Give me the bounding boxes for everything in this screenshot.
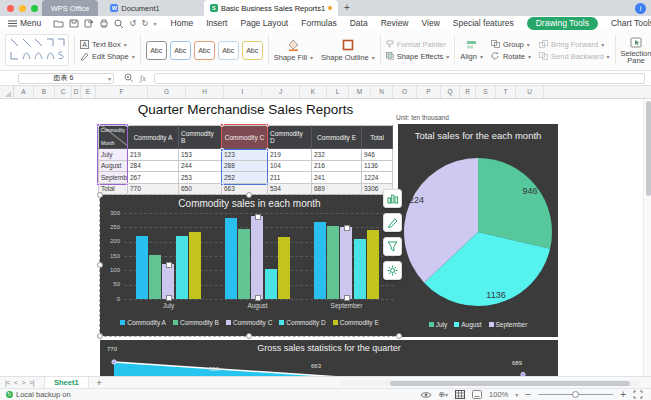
- menu-special-features[interactable]: Special features: [453, 18, 514, 28]
- column-header-R[interactable]: R: [460, 86, 476, 98]
- table-cell[interactable]: 1224: [362, 172, 393, 184]
- name-box[interactable]: 图表 6 ▾: [18, 73, 114, 84]
- page-break-view-icon[interactable]: [472, 390, 482, 399]
- menu-data[interactable]: Data: [350, 18, 368, 28]
- column-header-H[interactable]: H: [186, 86, 224, 98]
- edit-shape-button[interactable]: Edit Shape▾: [80, 52, 135, 61]
- redo-icon[interactable]: ↻: [141, 18, 148, 28]
- zoom-level-label[interactable]: 100%: [489, 390, 508, 399]
- selection-handle[interactable]: [246, 333, 252, 339]
- tab-document1[interactable]: W Document1: [102, 0, 168, 16]
- bar-commodity-d[interactable]: [354, 239, 366, 299]
- column-header-Q[interactable]: Q: [441, 86, 460, 98]
- quick-access-dropdown-icon[interactable]: ▾: [154, 20, 157, 27]
- table-header-cell[interactable]: Commodity E: [312, 125, 362, 149]
- menu-formulas[interactable]: Formulas: [301, 18, 336, 28]
- next-sheet-icon[interactable]: >: [22, 379, 26, 386]
- undo-icon[interactable]: ↺: [129, 18, 136, 28]
- shape-fill-button[interactable]: Shape Fill▾: [274, 39, 313, 62]
- table-cell[interactable]: 1136: [362, 161, 393, 173]
- table-cell[interactable]: 663: [222, 184, 268, 196]
- pie-chart[interactable]: Total sales for the each month 946113612…: [398, 124, 558, 337]
- column-header-N[interactable]: N: [371, 86, 393, 98]
- format-painter-button[interactable]: Format Painter: [386, 40, 450, 49]
- zoom-out-button[interactable]: −: [525, 389, 531, 400]
- column-header-M[interactable]: M: [349, 86, 371, 98]
- bar-commodity-a[interactable]: [314, 222, 326, 299]
- chart-settings-button[interactable]: [383, 261, 402, 280]
- chart-type-button[interactable]: [383, 189, 402, 208]
- preview-icon[interactable]: [114, 19, 124, 28]
- open-folder-icon[interactable]: [53, 19, 64, 28]
- column-header-K[interactable]: K: [300, 86, 327, 98]
- tab-active-workbook[interactable]: S Basic Business Sales Reports1: [204, 0, 338, 16]
- bar-commodity-a[interactable]: [225, 218, 237, 299]
- selection-pane-button[interactable]: Selection Pane: [621, 37, 651, 64]
- bar-commodity-e[interactable]: [189, 232, 201, 299]
- table-cell[interactable]: 267: [128, 172, 179, 184]
- table-cell[interactable]: 284: [128, 161, 179, 173]
- table-cell[interactable]: 253: [179, 172, 222, 184]
- fx-icon[interactable]: fx: [140, 74, 146, 83]
- new-tab-button[interactable]: +: [344, 2, 350, 13]
- table-cell[interactable]: 219: [268, 149, 312, 161]
- vertical-scrollbar[interactable]: [643, 99, 651, 376]
- column-header-U[interactable]: U: [516, 86, 544, 98]
- send-backward-button[interactable]: Send Backward▾: [539, 52, 610, 61]
- shape-style-preset-5[interactable]: Abc: [242, 41, 263, 60]
- column-header-D[interactable]: D: [72, 86, 81, 98]
- column-header-I[interactable]: I: [224, 86, 262, 98]
- menu-view[interactable]: View: [422, 18, 440, 28]
- vertical-scrollbar-thumb[interactable]: [646, 101, 651, 196]
- print-icon[interactable]: [99, 19, 109, 28]
- bar-commodity-d[interactable]: [176, 236, 188, 299]
- sheet-canvas[interactable]: Quarter Merchandise Sales Reports Unit: …: [0, 99, 651, 376]
- table-cell[interactable]: 219: [128, 149, 179, 161]
- bar-commodity-d[interactable]: [265, 269, 277, 299]
- sheet-tab-sheet1[interactable]: Sheet1: [44, 377, 89, 388]
- last-sheet-icon[interactable]: >|: [29, 379, 34, 386]
- menu-home[interactable]: Home: [171, 18, 194, 28]
- table-cell[interactable]: 123: [222, 149, 268, 161]
- bar-commodity-b[interactable]: [327, 226, 339, 299]
- menu-insert[interactable]: Insert: [206, 18, 227, 28]
- bar-commodity-a[interactable]: [136, 236, 148, 299]
- selection-handle[interactable]: [97, 262, 103, 268]
- horizontal-scrollbar-thumb[interactable]: [390, 381, 630, 386]
- area-chart[interactable]: Gross sales statistics for the quarter 7…: [100, 340, 558, 376]
- column-header-A[interactable]: A: [14, 86, 34, 98]
- table-header-cell[interactable]: Total: [362, 125, 393, 149]
- align-objects-icon[interactable]: [466, 40, 477, 49]
- table-cell[interactable]: 534: [268, 184, 312, 196]
- menu-drawing-tools[interactable]: Drawing Tools: [527, 17, 598, 30]
- normal-view-icon[interactable]: [455, 390, 465, 399]
- shape-style-preset-3[interactable]: Abc: [194, 41, 215, 60]
- table-cell[interactable]: 288: [222, 161, 268, 173]
- table-row-label[interactable]: August: [98, 161, 128, 173]
- account-avatar[interactable]: i: [635, 3, 646, 14]
- menu-chart-tools[interactable]: Chart Tools: [611, 18, 651, 28]
- shape-style-preset-4[interactable]: Abc: [218, 41, 239, 60]
- column-header-S[interactable]: S: [476, 86, 496, 98]
- table-cell[interactable]: 211: [268, 172, 312, 184]
- table-cell[interactable]: 770: [128, 184, 179, 196]
- selection-handle[interactable]: [246, 192, 252, 198]
- maximize-button[interactable]: [31, 5, 38, 12]
- tab-wps-office[interactable]: WPS Office: [42, 0, 98, 16]
- table-header-cell[interactable]: Commodity D: [268, 125, 312, 149]
- table-cell[interactable]: 216: [312, 161, 362, 173]
- main-menu-button[interactable]: Menu: [8, 18, 41, 28]
- selection-handle[interactable]: [396, 333, 402, 339]
- column-header-P[interactable]: P: [417, 86, 441, 98]
- horizontal-scrollbar[interactable]: [340, 380, 640, 386]
- column-header-B[interactable]: B: [34, 86, 55, 98]
- bar-commodity-e[interactable]: [367, 230, 379, 299]
- zoom-in-button[interactable]: +: [620, 389, 626, 400]
- locate-icon[interactable]: ⊕▾: [439, 390, 448, 399]
- table-cell[interactable]: 244: [179, 161, 222, 173]
- column-header-G[interactable]: G: [148, 86, 186, 98]
- zoom-dropdown-icon[interactable]: ▾: [515, 391, 518, 398]
- bar-commodity-b[interactable]: [149, 255, 161, 299]
- text-box-button[interactable]: A Text Box▾: [80, 40, 135, 49]
- prev-sheet-icon[interactable]: <: [14, 379, 18, 386]
